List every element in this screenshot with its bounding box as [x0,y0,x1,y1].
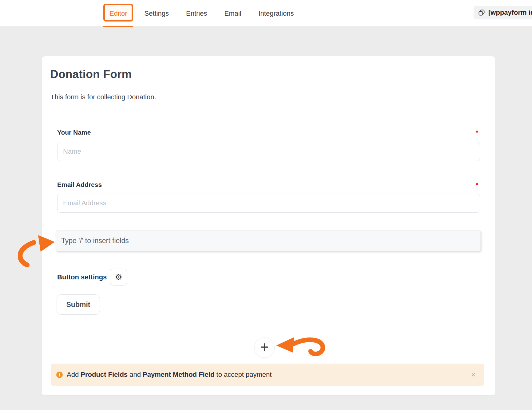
banner-text-part-bold: Product Fields [81,371,128,378]
tab-settings-label: Settings [144,10,169,18]
banner-close-icon[interactable]: × [471,371,476,379]
field-label-email-address: Email Address [57,181,102,188]
submit-button[interactable]: Submit [57,294,100,315]
banner-text-part-bold: Payment Method Field [143,371,214,378]
tab-editor-label: Editor [109,10,127,18]
email-input[interactable] [57,194,480,213]
banner-text-part: and [128,371,143,378]
copy-icon [478,9,485,16]
field-row-email-address: Email Address * [57,181,480,188]
field-row-your-name: Your Name * [57,129,480,136]
required-asterisk: * [476,181,480,188]
button-settings-gear-button[interactable]: ⚙ [110,269,127,286]
field-label-your-name: Your Name [57,129,91,136]
top-navigation-bar: Editor Settings Entries Email Integratio… [0,0,532,27]
payment-warning-banner: ! Add Product Fields and Payment Method … [51,364,484,386]
warning-icon: ! [56,372,63,378]
tab-settings[interactable]: Settings [143,0,170,27]
tab-integrations[interactable]: Integrations [257,0,295,27]
banner-text: Add Product Fields and Payment Method Fi… [67,371,272,379]
plus-icon: + [260,340,269,354]
banner-text-part: Add [67,371,81,378]
editor-tabs: Editor Settings Entries Email Integratio… [108,0,295,27]
shortcode-label: [wppayform id= [488,9,532,17]
banner-text-part: to accept payment [214,371,272,378]
copy-shortcode-button[interactable]: [wppayform id= [474,6,532,19]
required-asterisk: * [476,129,480,136]
button-settings-label: Button settings [57,273,107,281]
add-field-button[interactable]: + [254,337,275,358]
active-tab-underline [103,26,133,27]
insert-fields-hint: Type '/' to insert fields [61,237,129,245]
wppayform-editor-page: { "header": { "tabs": [ { "label": "Edit… [0,0,532,410]
submit-button-label: Submit [66,301,90,309]
tab-integrations-label: Integrations [258,10,294,18]
insert-fields-input[interactable]: Type '/' to insert fields [56,231,481,251]
form-title: Donation Form [50,68,132,81]
tab-email[interactable]: Email [223,0,242,27]
tab-entries[interactable]: Entries [185,0,208,27]
form-description: This form is for collecting Donation. [50,93,156,101]
gear-icon: ⚙ [115,272,122,282]
tab-email-label: Email [224,10,241,18]
name-input[interactable] [57,142,480,161]
tab-entries-label: Entries [186,10,207,18]
tab-editor[interactable]: Editor [108,0,128,27]
form-editor-card: Donation Form This form is for collectin… [42,56,495,395]
